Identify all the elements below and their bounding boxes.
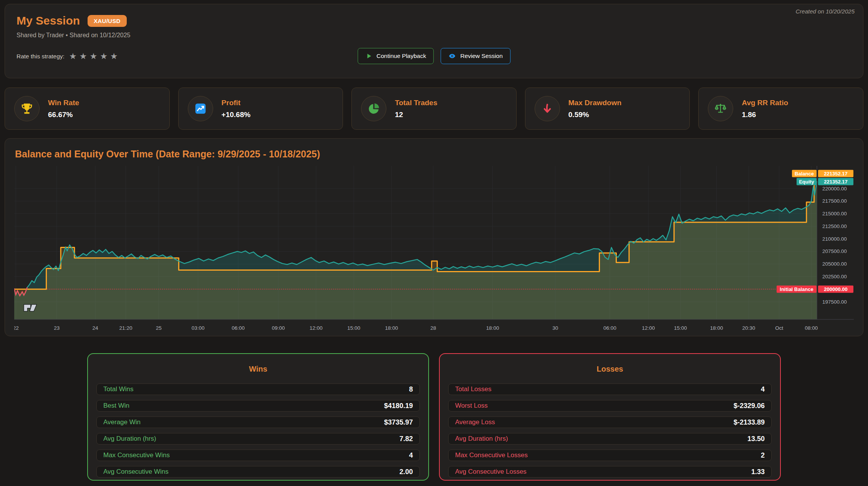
stat-value: 12 bbox=[395, 111, 437, 119]
svg-text:12:00: 12:00 bbox=[310, 325, 323, 331]
row-value: 2 bbox=[761, 451, 765, 460]
svg-text:207500.00: 207500.00 bbox=[822, 248, 847, 254]
row-label: Avg Duration (hrs) bbox=[455, 435, 508, 443]
svg-text:Oct: Oct bbox=[775, 325, 783, 331]
svg-text:200000.00: 200000.00 bbox=[824, 286, 847, 292]
balance-equity-chart-card: Balance and Equity Over Time (Date Range… bbox=[5, 138, 863, 336]
chart-canvas[interactable]: 220000.00217500.00215000.00212500.002100… bbox=[14, 166, 854, 336]
svg-text:221352.17: 221352.17 bbox=[824, 179, 847, 185]
table-row: Avg Duration (hrs)13.50 bbox=[448, 433, 772, 445]
trophy-icon bbox=[14, 96, 40, 121]
table-row: Worst Loss$-2329.06 bbox=[448, 400, 772, 412]
star-icon[interactable]: ★ bbox=[110, 52, 118, 61]
row-label: Total Wins bbox=[103, 385, 133, 393]
star-icon[interactable]: ★ bbox=[80, 52, 87, 61]
svg-text:18:00: 18:00 bbox=[710, 325, 723, 331]
row-value: $3735.97 bbox=[384, 418, 413, 426]
play-icon bbox=[365, 53, 372, 60]
losses-table: Losses Total Losses4Worst Loss$-2329.06A… bbox=[439, 353, 781, 481]
review-session-button[interactable]: Review Session bbox=[441, 48, 510, 64]
svg-text:03:00: 03:00 bbox=[192, 325, 205, 331]
strategy-rating: Rate this strategy: ★★★★★ bbox=[17, 52, 118, 61]
results-tables: Wins Total Wins8Best Win$4180.19Average … bbox=[87, 353, 781, 481]
svg-text:09:00: 09:00 bbox=[272, 325, 285, 331]
wins-table: Wins Total Wins8Best Win$4180.19Average … bbox=[87, 353, 429, 481]
svg-text:30: 30 bbox=[552, 325, 558, 331]
svg-text:197500.00: 197500.00 bbox=[822, 299, 847, 305]
svg-text:Initial Balance: Initial Balance bbox=[780, 286, 813, 292]
table-row: Average Win$3735.97 bbox=[96, 417, 420, 428]
symbol-badge: XAU/USD bbox=[88, 15, 127, 27]
row-label: Avg Duration (hrs) bbox=[103, 435, 156, 443]
row-label: Max Consecutive Losses bbox=[455, 451, 528, 459]
svg-text:220000.00: 220000.00 bbox=[822, 186, 847, 192]
arrow-down-icon bbox=[535, 96, 560, 121]
svg-text:15:00: 15:00 bbox=[347, 325, 360, 331]
table-row: Average Loss$-2133.89 bbox=[448, 417, 772, 428]
svg-text:215000.00: 215000.00 bbox=[822, 211, 847, 217]
svg-text:22: 22 bbox=[14, 325, 19, 331]
scales-icon bbox=[708, 96, 733, 121]
table-row: Max Consecutive Wins4 bbox=[96, 450, 420, 461]
row-value: 13.50 bbox=[747, 435, 765, 443]
page-title: My Session bbox=[17, 14, 80, 27]
balance-equity-chart[interactable]: 220000.00217500.00215000.00212500.002100… bbox=[14, 166, 854, 336]
svg-text:06:00: 06:00 bbox=[232, 325, 245, 331]
svg-text:212500.00: 212500.00 bbox=[822, 223, 847, 229]
rating-label: Rate this strategy: bbox=[17, 53, 65, 60]
stat-card-avg-rr: Avg RR Ratio 1.86 bbox=[698, 88, 863, 130]
table-row: Total Losses4 bbox=[448, 384, 772, 395]
stat-card-win-rate: Win Rate 66.67% bbox=[5, 88, 170, 130]
stats-row: Win Rate 66.67% Profit +10.68% Total Tra… bbox=[5, 88, 863, 130]
svg-text:217500.00: 217500.00 bbox=[822, 198, 847, 204]
star-rating[interactable]: ★★★★★ bbox=[69, 52, 118, 61]
row-value: 1.33 bbox=[751, 468, 765, 476]
row-value: $-2133.89 bbox=[734, 418, 765, 426]
svg-text:21:20: 21:20 bbox=[119, 325, 133, 331]
stat-label: Total Trades bbox=[395, 99, 437, 107]
continue-playback-button[interactable]: Continue Playback bbox=[358, 48, 434, 64]
tradingview-logo[interactable] bbox=[23, 303, 37, 312]
stat-value: 66.67% bbox=[48, 111, 79, 119]
created-on-text: Created on 10/20/2025 bbox=[796, 8, 855, 15]
chart-title: Balance and Equity Over Time (Date Range… bbox=[15, 149, 854, 160]
svg-text:08:00: 08:00 bbox=[805, 325, 818, 331]
svg-text:23: 23 bbox=[54, 325, 60, 331]
row-label: Max Consecutive Wins bbox=[103, 451, 170, 459]
star-icon[interactable]: ★ bbox=[69, 52, 77, 61]
svg-text:202500.00: 202500.00 bbox=[822, 274, 847, 279]
stat-card-max-drawdown: Max Drawdown 0.59% bbox=[525, 88, 690, 130]
row-label: Avg Consecutive Losses bbox=[455, 468, 527, 476]
svg-text:25: 25 bbox=[156, 325, 162, 331]
svg-text:18:00: 18:00 bbox=[486, 325, 499, 331]
chart-line-icon bbox=[188, 96, 213, 121]
svg-text:205000.00: 205000.00 bbox=[822, 261, 847, 267]
table-row: Max Consecutive Losses2 bbox=[448, 450, 772, 461]
stat-card-total-trades: Total Trades 12 bbox=[351, 88, 517, 130]
table-row: Best Win$4180.19 bbox=[96, 400, 420, 412]
shared-by-line: Shared by Trader • Shared on 10/12/2025 bbox=[17, 32, 851, 39]
table-row: Total Wins8 bbox=[96, 384, 420, 395]
session-header-card: Created on 10/20/2025 My Session XAU/USD… bbox=[5, 4, 863, 78]
svg-text:24: 24 bbox=[93, 325, 99, 331]
svg-text:06:00: 06:00 bbox=[603, 325, 616, 331]
svg-text:12:00: 12:00 bbox=[642, 325, 655, 331]
wins-title: Wins bbox=[96, 365, 420, 374]
stat-label: Win Rate bbox=[48, 99, 79, 107]
losses-rows: Total Losses4Worst Loss$-2329.06Average … bbox=[448, 384, 772, 478]
star-icon[interactable]: ★ bbox=[100, 52, 108, 61]
stat-card-profit: Profit +10.68% bbox=[178, 88, 343, 130]
row-label: Average Loss bbox=[455, 418, 495, 426]
svg-text:15:00: 15:00 bbox=[674, 325, 687, 331]
stat-label: Avg RR Ratio bbox=[742, 99, 788, 107]
row-value: 2.00 bbox=[399, 468, 413, 476]
stat-value: +10.68% bbox=[222, 111, 251, 119]
pie-chart-icon bbox=[361, 96, 386, 121]
row-value: $-2329.06 bbox=[734, 402, 765, 410]
row-label: Worst Loss bbox=[455, 402, 488, 410]
star-icon[interactable]: ★ bbox=[89, 52, 97, 61]
svg-text:221352.17: 221352.17 bbox=[824, 171, 847, 177]
svg-text:Balance: Balance bbox=[795, 171, 814, 177]
table-row: Avg Consecutive Wins2.00 bbox=[96, 466, 420, 478]
svg-text:28: 28 bbox=[430, 325, 436, 331]
